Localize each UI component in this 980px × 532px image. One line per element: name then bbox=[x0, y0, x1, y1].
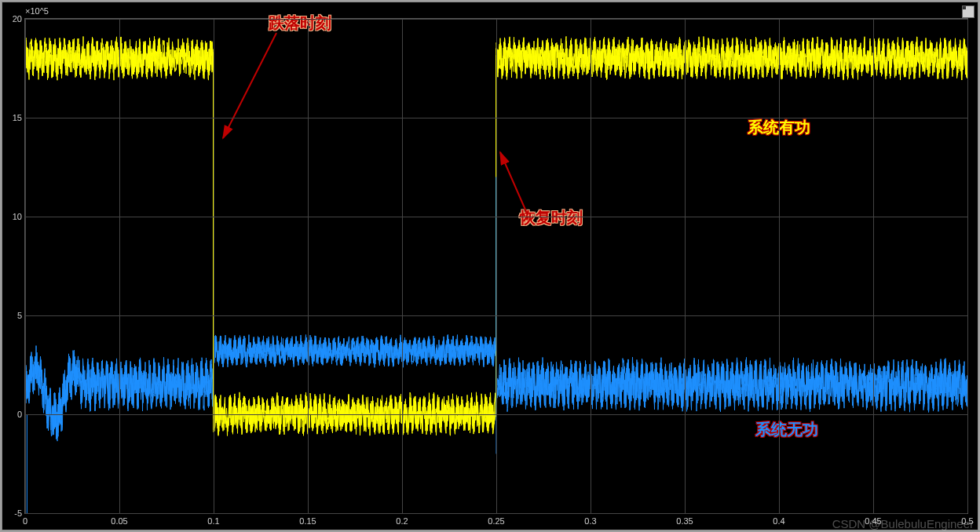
x-tick-label: 0.1 bbox=[207, 516, 219, 526]
y-tick-label: 5 bbox=[6, 311, 22, 320]
grid-line-vertical bbox=[25, 19, 26, 513]
grid-line-vertical bbox=[591, 19, 591, 513]
grid-line-horizontal bbox=[25, 118, 967, 118]
grid-line-vertical bbox=[685, 19, 686, 513]
y-tick-label: 20 bbox=[6, 14, 22, 24]
x-tick-label: 0.3 bbox=[584, 516, 596, 526]
dip-annotation: 跌落时刻 bbox=[269, 13, 331, 34]
expand-icon[interactable] bbox=[962, 5, 975, 18]
x-tick-label: 0 bbox=[23, 516, 27, 526]
grid-line-horizontal bbox=[25, 315, 967, 316]
grid-line-horizontal bbox=[25, 414, 967, 415]
restore-annotation: 恢复时刻 bbox=[520, 207, 583, 228]
x-tick-label: 0.2 bbox=[396, 516, 408, 526]
x-tick-label: 0.35 bbox=[676, 516, 693, 526]
grid-line-horizontal bbox=[25, 217, 967, 217]
grid-line-vertical bbox=[402, 19, 403, 513]
grid-line-vertical bbox=[496, 19, 497, 513]
x-tick-label: 0.05 bbox=[111, 516, 127, 526]
grid-line-vertical bbox=[873, 19, 874, 513]
grid-line-vertical bbox=[119, 19, 120, 513]
grid-line-horizontal bbox=[25, 19, 967, 20]
x-tick-label: 0.15 bbox=[299, 516, 316, 526]
grid-line-vertical bbox=[779, 19, 780, 513]
grid-line-vertical bbox=[967, 19, 968, 513]
y-tick-label: 15 bbox=[6, 113, 22, 122]
y-tick-label: 0 bbox=[6, 410, 22, 419]
reactive-power-label: 系统无功 bbox=[755, 419, 818, 440]
grid-line-vertical bbox=[214, 19, 214, 513]
plot-area: ×10^5 跌落时刻 恢复时刻 系统有功 系统无功 00.050.10.150.… bbox=[24, 18, 968, 514]
y-exponent-label: ×10^5 bbox=[25, 6, 49, 16]
watermark: CSDN @BulebuluEngineer bbox=[832, 517, 974, 530]
x-tick-label: 0.25 bbox=[488, 516, 504, 526]
grid-line-vertical bbox=[308, 19, 309, 513]
x-tick-label: 0.4 bbox=[773, 516, 784, 526]
scope-window: ×10^5 跌落时刻 恢复时刻 系统有功 系统无功 00.050.10.150.… bbox=[2, 2, 978, 530]
y-tick-label: -5 bbox=[6, 508, 22, 518]
grid-line-horizontal bbox=[25, 513, 967, 514]
y-tick-label: 10 bbox=[6, 212, 22, 221]
